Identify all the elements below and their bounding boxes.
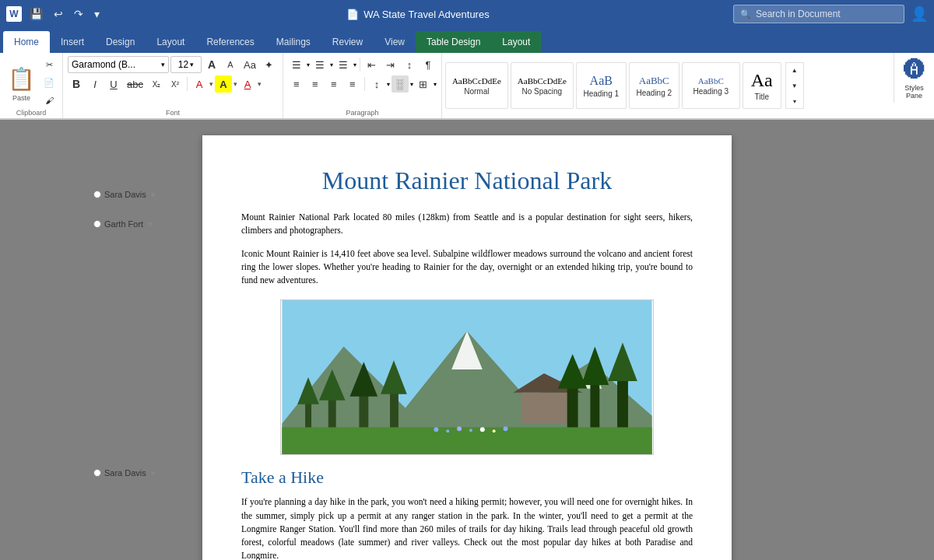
- multilevel-button[interactable]: ☰: [335, 56, 352, 73]
- tab-home[interactable]: Home: [3, 31, 50, 53]
- svg-rect-4: [305, 401, 311, 432]
- svg-rect-16: [590, 381, 599, 431]
- cut-button[interactable]: ✂: [40, 56, 58, 73]
- ribbon: 📋 Paste ✂ 📄 🖌 Clipboard Garamond (B... ▾…: [0, 53, 934, 120]
- font-color-button[interactable]: A: [191, 75, 208, 93]
- styles-pane-icon: 🅐: [904, 57, 925, 82]
- undo-button[interactable]: ↩: [51, 6, 66, 22]
- tab-review[interactable]: Review: [321, 31, 374, 53]
- tab-layout2[interactable]: Layout: [491, 31, 541, 53]
- decrease-indent-button[interactable]: ⇤: [363, 56, 381, 73]
- font-color2-button[interactable]: A: [239, 75, 256, 93]
- svg-rect-18: [617, 377, 628, 431]
- styles-pane-button[interactable]: 🅐 StylesPane: [894, 53, 934, 103]
- search-icon: 🔍: [740, 9, 751, 19]
- highlight-button[interactable]: A: [215, 75, 232, 93]
- comment-radio-3[interactable]: [93, 469, 101, 477]
- font-size-selector[interactable]: 12 ▾: [170, 56, 202, 73]
- tab-view[interactable]: View: [374, 31, 416, 53]
- styles-pane-label: StylesPane: [904, 84, 924, 100]
- word-doc-icon: 📄: [346, 9, 359, 20]
- svg-point-26: [493, 430, 496, 433]
- align-left-button[interactable]: ≡: [288, 75, 305, 93]
- comment-user-1: Sara Davis: [104, 190, 146, 199]
- style-nospacing-preview: AaBbCcDdEe: [518, 76, 567, 86]
- styles-scroll-up[interactable]: ▲: [786, 63, 803, 77]
- grow-font-button[interactable]: A: [203, 56, 220, 73]
- word-icon: W: [6, 6, 22, 22]
- svg-rect-8: [359, 393, 368, 432]
- paste-button[interactable]: 📋: [5, 63, 38, 94]
- line-spacing-button[interactable]: ↕: [368, 75, 385, 93]
- style-no-spacing[interactable]: AaBbCcDdEe No Spacing: [511, 62, 574, 109]
- italic-button[interactable]: I: [86, 75, 104, 93]
- svg-rect-12: [521, 393, 567, 424]
- document-page-container: Sara Davis ▼ Garth Fort ▼ Sara Davis ▼ M…: [202, 135, 732, 560]
- comment-radio-1[interactable]: [93, 191, 101, 198]
- style-heading3[interactable]: AaBbC Heading 3: [682, 62, 740, 109]
- save-button[interactable]: 💾: [26, 6, 46, 22]
- increase-indent-button[interactable]: ⇥: [382, 56, 399, 73]
- redo-button[interactable]: ↷: [71, 6, 86, 22]
- format-painter-button[interactable]: 🖌: [40, 92, 58, 109]
- user-button[interactable]: 👤: [911, 5, 928, 23]
- numbering-button[interactable]: ☰: [311, 56, 328, 73]
- main-area: Sara Davis ▼ Garth Fort ▼ Sara Davis ▼ M…: [0, 120, 934, 560]
- tab-insert[interactable]: Insert: [50, 31, 95, 53]
- section-heading: Take a Hike: [241, 467, 693, 488]
- subscript-button[interactable]: X₂: [148, 75, 165, 93]
- font-section: Garamond (B... ▾ 12 ▾ A A Aa ✦ B I U abc…: [63, 53, 283, 118]
- align-justify-button[interactable]: ≡: [344, 75, 361, 93]
- style-normal[interactable]: AaBbCcDdEe Normal: [445, 62, 508, 109]
- style-h2-label: Heading 2: [636, 89, 672, 97]
- tab-mailings[interactable]: Mailings: [265, 31, 321, 53]
- shrink-font-button[interactable]: A: [222, 56, 239, 73]
- style-title-label: Title: [755, 93, 770, 101]
- superscript-button[interactable]: X²: [167, 75, 184, 93]
- strikethrough-button[interactable]: abc: [124, 75, 146, 93]
- bold-button[interactable]: B: [68, 75, 85, 93]
- comment-radio-2[interactable]: [93, 220, 101, 228]
- styles-area: AaBbCcDdEe Normal AaBbCcDdEe No Spacing …: [442, 53, 934, 118]
- svg-point-27: [504, 427, 508, 432]
- copy-button[interactable]: 📄: [40, 74, 58, 91]
- tab-design[interactable]: Design: [95, 31, 146, 53]
- app-title: WA State Travel Adventures: [363, 9, 489, 20]
- borders-button[interactable]: ⊞: [415, 75, 432, 93]
- tab-layout[interactable]: Layout: [146, 31, 195, 53]
- svg-point-21: [434, 428, 438, 432]
- paragraph-2-wrapper: Iconic Mount Rainier is 14,410 feet abov…: [241, 247, 693, 288]
- clear-format-button[interactable]: Aa: [241, 56, 259, 73]
- text-effects-button[interactable]: ✦: [261, 56, 278, 73]
- styles-more-button[interactable]: ▾: [786, 94, 803, 108]
- align-center-button[interactable]: ≡: [307, 75, 324, 93]
- paragraph-label: Paragraph: [288, 109, 437, 117]
- style-heading1[interactable]: AaB Heading 1: [576, 62, 627, 109]
- svg-rect-20: [282, 428, 651, 455]
- comment-user-3: Sara Davis: [104, 468, 146, 478]
- svg-rect-14: [567, 385, 578, 431]
- customize-qa-button[interactable]: ▾: [91, 6, 103, 22]
- svg-point-25: [480, 428, 485, 432]
- style-title[interactable]: Aa Title: [743, 62, 781, 109]
- font-name: Garamond (B...: [72, 59, 135, 70]
- sort-button[interactable]: ↕: [401, 56, 418, 73]
- bullets-button[interactable]: ☰: [288, 56, 305, 73]
- style-heading2[interactable]: AaBbC Heading 2: [629, 62, 679, 109]
- styles-scroll-down[interactable]: ▼: [786, 79, 803, 93]
- align-right-button[interactable]: ≡: [325, 75, 342, 93]
- comment-sara-davis-2: Sara Davis ▼: [93, 468, 157, 478]
- section-paragraph-wrapper: If you're planning a day hike in the par…: [241, 495, 693, 560]
- document-title: Mount Rainier National Park: [241, 166, 693, 195]
- search-box[interactable]: 🔍 Search in Document: [733, 5, 904, 23]
- tab-references[interactable]: References: [195, 31, 265, 53]
- font-family-selector[interactable]: Garamond (B... ▾: [68, 56, 169, 73]
- style-h1-preview: AaB: [590, 74, 613, 88]
- style-title-preview: Aa: [751, 70, 773, 91]
- underline-button[interactable]: U: [105, 75, 122, 93]
- style-h1-label: Heading 1: [583, 89, 619, 98]
- tab-table-design[interactable]: Table Design: [416, 31, 491, 53]
- clipboard-section: 📋 Paste ✂ 📄 🖌 Clipboard: [0, 53, 63, 118]
- show-marks-button[interactable]: ¶: [420, 56, 437, 73]
- shading-button[interactable]: ░: [392, 75, 409, 93]
